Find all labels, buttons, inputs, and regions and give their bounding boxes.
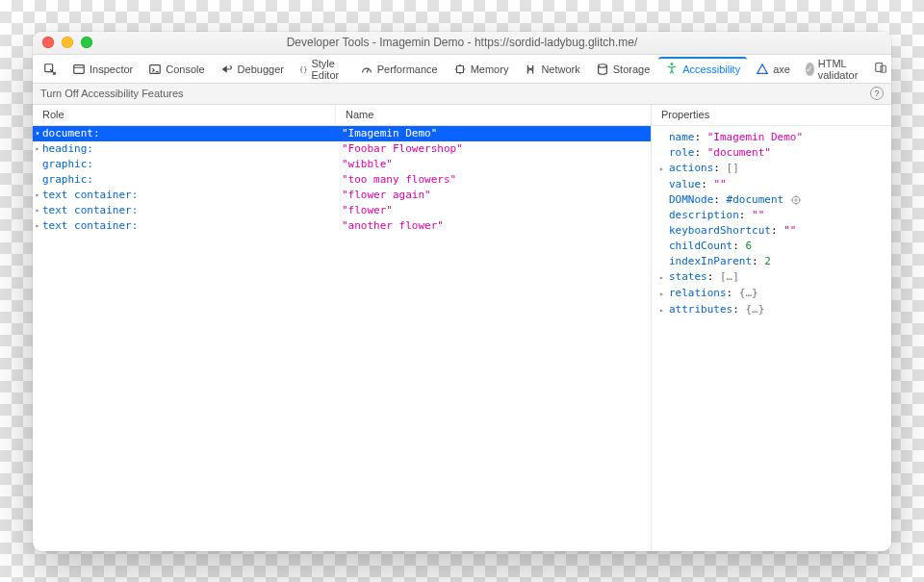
tab-accessibility[interactable]: Accessibility (658, 57, 747, 80)
tab-axe[interactable]: axe (749, 58, 797, 79)
window-controls (33, 37, 92, 48)
twisty-icon[interactable]: ▾ (33, 129, 42, 138)
zoom-window-button[interactable] (81, 37, 92, 48)
tab-inspector-label: Inspector (90, 63, 133, 75)
tab-console-label: Console (166, 63, 204, 75)
panel-body: ▾document:"Imagemin Demo"▸heading:"Fooba… (33, 126, 891, 551)
tab-storage-label: Storage (613, 63, 651, 75)
tree-row[interactable]: ▸text container:"flower again" (33, 188, 651, 203)
svg-rect-1 (74, 65, 85, 74)
twisty-icon[interactable]: ▸ (33, 206, 42, 215)
twisty-icon[interactable]: ▸ (33, 221, 42, 230)
twisty-icon[interactable]: ▸ (33, 144, 42, 153)
tab-memory[interactable]: Memory (447, 58, 516, 79)
tab-performance[interactable]: Performance (353, 58, 445, 79)
twisty-icon[interactable]: ▸ (33, 190, 42, 199)
tree-role-label: document: (42, 127, 100, 139)
tree-row[interactable]: ▾document:"Imagemin Demo" (33, 126, 651, 141)
devtools-window: Developer Tools - Imagemin Demo - https:… (33, 32, 891, 551)
tree-row[interactable]: ▸text container:"flower" (33, 203, 651, 218)
check-icon: ✓ (806, 63, 814, 76)
tree-name-label: "flower" (342, 204, 393, 216)
responsive-mode-button[interactable] (874, 61, 887, 76)
toggle-accessibility-link[interactable]: Turn Off Accessibility Features (40, 88, 184, 99)
properties-panel[interactable]: name: "Imagemin Demo" role: "document" ▸… (651, 126, 891, 551)
tree-role-label: text container: (42, 219, 138, 232)
tree-row[interactable]: ▸text container:"another flower" (33, 218, 651, 234)
tab-console[interactable]: Console (141, 58, 211, 79)
svg-rect-13 (875, 63, 882, 72)
accessibility-tree[interactable]: ▾document:"Imagemin Demo"▸heading:"Fooba… (33, 126, 651, 551)
pick-element-button[interactable] (37, 58, 64, 79)
tab-axe-label: axe (773, 63, 790, 75)
svg-point-15 (792, 196, 800, 204)
window-title: Developer Tools - Imagemin Demo - https:… (33, 36, 891, 49)
tree-role-label: graphic: (42, 158, 93, 170)
tab-performance-label: Performance (377, 63, 438, 75)
accessibility-subbar: Turn Off Accessibility Features ? (33, 84, 891, 105)
tree-role-label: graphic: (42, 173, 93, 186)
tree-name-label: "Imagemin Demo" (342, 127, 437, 139)
tab-accessibility-label: Accessibility (682, 63, 740, 75)
svg-point-16 (795, 198, 797, 200)
close-window-button[interactable] (42, 37, 54, 48)
column-headers: Role Name Properties (33, 105, 891, 126)
column-header-properties[interactable]: Properties (651, 105, 891, 125)
svg-rect-3 (150, 65, 161, 74)
node-highlighter-icon[interactable] (790, 194, 802, 206)
help-icon[interactable]: ? (870, 87, 884, 100)
tab-debugger[interactable]: Debugger (214, 58, 291, 79)
tab-style-editor-label: Style Editor (311, 58, 344, 81)
svg-rect-6 (456, 66, 463, 73)
titlebar[interactable]: Developer Tools - Imagemin Demo - https:… (33, 32, 891, 55)
tab-inspector[interactable]: Inspector (65, 58, 140, 79)
column-header-name[interactable]: Name (336, 105, 651, 125)
tree-name-label: "too many flowers" (342, 173, 456, 186)
tab-memory-label: Memory (471, 63, 509, 75)
tree-name-label: "flower again" (342, 189, 431, 201)
tree-row[interactable]: ▸heading:"Foobar Flowershop" (33, 141, 651, 157)
tab-html-validator-label: HTML validator (818, 58, 863, 81)
tree-row[interactable]: graphic:"too many flowers" (33, 172, 651, 188)
tree-name-label: "another flower" (342, 219, 444, 232)
minimize-window-button[interactable] (62, 37, 73, 48)
tree-role-label: text container: (42, 204, 138, 216)
svg-point-12 (671, 63, 674, 65)
tab-debugger-label: Debugger (238, 63, 284, 75)
tree-role-label: heading: (42, 142, 93, 155)
tree-row[interactable]: graphic:"wibble" (33, 157, 651, 172)
svg-marker-4 (222, 66, 226, 71)
svg-line-5 (367, 69, 369, 73)
tab-html-validator[interactable]: ✓ HTML validator (799, 53, 870, 84)
tab-network[interactable]: Network (517, 58, 586, 79)
svg-point-11 (598, 64, 606, 68)
tab-storage[interactable]: Storage (589, 58, 657, 79)
tab-style-editor[interactable]: Style Editor (293, 53, 351, 84)
devtools-toolbar: Inspector Console Debugger Style Editor … (33, 55, 891, 84)
tab-network-label: Network (541, 63, 579, 75)
tree-role-label: text container: (42, 189, 138, 201)
tree-name-label: "wibble" (342, 158, 393, 170)
tree-name-label: "Foobar Flowershop" (342, 142, 463, 155)
accessibility-icon (665, 62, 679, 77)
column-header-role[interactable]: Role (33, 105, 336, 125)
